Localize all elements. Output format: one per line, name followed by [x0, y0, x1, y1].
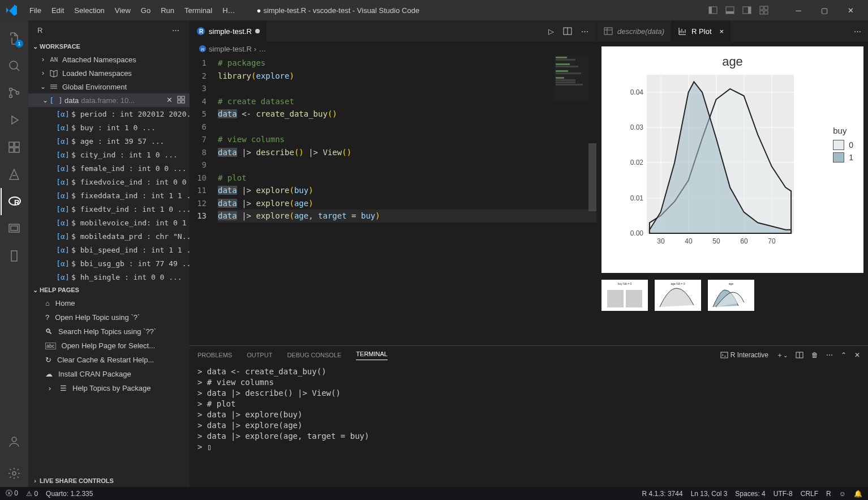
close-panel-icon[interactable]: ✕	[854, 351, 860, 359]
plot: age	[601, 46, 863, 273]
svg-rect-9	[764, 11, 768, 14]
data-field[interactable]: [α]$ fixeddata_ind : int 1 1 ...	[28, 189, 190, 202]
plot-thumb[interactable]: age	[708, 280, 754, 311]
source-control-icon[interactable]	[1, 79, 28, 106]
close-icon[interactable]: ×	[720, 27, 724, 36]
terminal-name[interactable]: R Interactive	[720, 351, 768, 359]
settings-icon[interactable]	[1, 460, 28, 487]
data-field[interactable]: [α]$ fixedtv_ind : int 1 0 ...	[28, 202, 190, 216]
tab-output[interactable]: OUTPUT	[247, 352, 272, 358]
close-icon[interactable]: ✕	[166, 96, 173, 105]
workspace-section[interactable]: ⌄WORKSPACE	[28, 40, 190, 53]
debug-icon[interactable]	[1, 106, 28, 134]
status-r[interactable]: R 4.1.3: 3744	[642, 490, 683, 498]
menu-edit[interactable]: Edit	[47, 4, 68, 17]
status-pos[interactable]: Ln 13, Col 3	[691, 490, 728, 498]
minimize-button[interactable]: ─	[785, 0, 811, 20]
help-install[interactable]: ☁Install CRAN Package	[28, 367, 190, 381]
plot-thumb[interactable]: buy NA = 0	[601, 280, 648, 311]
add-terminal-icon[interactable]: ＋⌄	[776, 351, 788, 360]
tab-terminal[interactable]: TERMINAL	[356, 351, 388, 360]
feedback-icon[interactable]: ☺	[839, 490, 846, 498]
data-field[interactable]: [α]$ hh_single : int 0 0 ...	[28, 270, 190, 284]
status-errors[interactable]: ⓧ 0	[6, 489, 18, 498]
editor: R simple-test.R ▷ ⋯ R simple-test.R›…	[190, 20, 596, 345]
minimap[interactable]	[555, 55, 588, 101]
help-home[interactable]: ⌂Home	[28, 296, 190, 310]
layout-grid-icon[interactable]	[759, 6, 768, 15]
more-icon[interactable]: ⋯	[581, 27, 588, 36]
status-spaces[interactable]: Spaces: 4	[735, 490, 765, 498]
close-button[interactable]: ✕	[837, 0, 863, 20]
code-editor[interactable]: 12345678910111213 # packages library(exp…	[190, 55, 596, 345]
azure-icon[interactable]	[1, 161, 28, 188]
tab-debug[interactable]: DEBUG CONSOLE	[287, 352, 341, 358]
menu-view[interactable]: View	[110, 4, 135, 17]
liveshare-section[interactable]: ›LIVE SHARE CONTROLS	[28, 475, 190, 487]
data-field[interactable]: [α]$ city_ind : int 1 0 ...	[28, 148, 190, 161]
data-field[interactable]: [α]$ bbi_speed_ind : int 1 1 ...	[28, 243, 190, 257]
data-field[interactable]: [α]$ buy : int 1 0 ...	[28, 121, 190, 134]
line-numbers: 12345678910111213	[190, 55, 218, 345]
menu-terminal[interactable]: Terminal	[180, 4, 217, 17]
scrollbar[interactable]	[588, 143, 596, 211]
data-field[interactable]: [α]$ bbi_usg_gb : int 77 49 ...	[28, 257, 190, 270]
menu-selection[interactable]: Selection	[70, 4, 109, 17]
sidebar-more-icon[interactable]: ⋯	[172, 26, 181, 35]
data-field[interactable]: [α]$ mobiledata_prd : chr "N...	[28, 229, 190, 243]
layout-icon[interactable]	[742, 6, 751, 15]
data-field[interactable]: [α]$ age : int 39 57 ...	[28, 134, 190, 148]
help-by-package[interactable]: ›☰Help Topics by Package	[28, 381, 190, 395]
view-grid-icon[interactable]	[177, 96, 185, 105]
explorer-icon[interactable]: 1	[1, 25, 28, 52]
loaded-namespaces[interactable]: ›Loaded Namespaces	[28, 66, 190, 80]
data-field[interactable]: [α]$ female_ind : int 0 0 ...	[28, 161, 190, 175]
split-icon[interactable]	[796, 351, 803, 359]
help-restart[interactable]: ↻Clear Cache & Restart Help...	[28, 353, 190, 367]
maximize-panel-icon[interactable]: ⌃	[841, 351, 846, 359]
editor-tab[interactable]: R simple-test.R	[190, 20, 267, 42]
tab-problems[interactable]: PROBLEMS	[197, 352, 232, 358]
terminal-output[interactable]: > data <- create_data_buy()> # view colu…	[190, 364, 868, 455]
plot-tab[interactable]: R Plot ×	[671, 20, 731, 42]
bell-icon[interactable]: 🔔	[854, 490, 862, 498]
menu-run[interactable]: Run	[156, 4, 179, 17]
trash-icon[interactable]: 🗑	[811, 351, 818, 359]
svg-text:40: 40	[685, 237, 693, 245]
data-field[interactable]: [α]$ fixedvoice_ind : int 0 0 ...	[28, 175, 190, 189]
search-icon: 🔍︎	[45, 327, 53, 336]
search-icon[interactable]	[1, 52, 28, 79]
status-eol[interactable]: CRLF	[801, 490, 818, 498]
data-variable[interactable]: ⌄[ ] data data.frame: 10... ✕	[28, 93, 190, 107]
data-field[interactable]: [α]$ period : int 202012 2020...	[28, 107, 190, 121]
help-open-select[interactable]: abcOpen Help Page for Select...	[28, 339, 190, 353]
extensions-icon[interactable]	[1, 134, 28, 161]
menu-go[interactable]: Go	[136, 4, 155, 17]
split-icon[interactable]	[563, 27, 572, 36]
attached-namespaces[interactable]: ›Attached Namespaces	[28, 53, 190, 66]
bookmark-icon[interactable]	[1, 242, 28, 270]
breadcrumb[interactable]: R simple-test.R›…	[190, 42, 596, 55]
global-environment[interactable]: ⌄Global Environment	[28, 80, 190, 93]
help-section[interactable]: ⌄HELP PAGES	[28, 284, 190, 296]
remote-icon[interactable]	[1, 215, 28, 242]
status-encoding[interactable]: UTF-8	[774, 490, 793, 498]
help-open-topic[interactable]: ?Open Help Topic using `?`	[28, 310, 190, 324]
more-icon[interactable]: ⋯	[854, 27, 861, 36]
data-field[interactable]: [α]$ mobilevoice_ind: int 0 1 ...	[28, 216, 190, 229]
layout-icon[interactable]	[708, 6, 717, 15]
status-lang[interactable]: R	[826, 490, 831, 498]
status-warnings[interactable]: ⚠ 0	[26, 490, 38, 498]
account-icon[interactable]	[1, 428, 28, 455]
help-search[interactable]: 🔍︎Search Help Topics using `??`	[28, 324, 190, 339]
more-icon[interactable]: ⋯	[826, 351, 833, 359]
run-icon[interactable]: ▷	[548, 27, 554, 36]
maximize-button[interactable]: ▢	[811, 0, 837, 20]
status-quarto[interactable]: Quarto: 1.2.335	[46, 490, 93, 498]
describe-tab[interactable]: describe(data)	[597, 20, 671, 42]
r-icon[interactable]: R	[1, 188, 28, 215]
menu-help[interactable]: H…	[218, 4, 239, 17]
menu-file[interactable]: File	[25, 4, 46, 17]
plot-thumb[interactable]: age NA = 0	[655, 280, 701, 311]
layout-icon[interactable]	[725, 6, 734, 15]
